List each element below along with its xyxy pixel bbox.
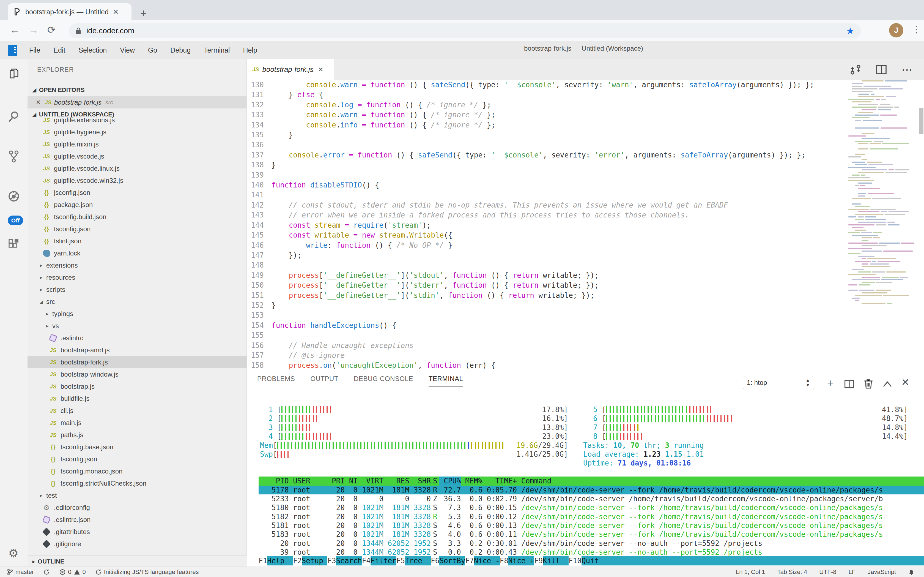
new-terminal-icon[interactable]: ＋ (825, 376, 835, 390)
fkey-label-setup[interactable]: Setup (302, 556, 328, 566)
file-row[interactable]: JSgulpfile.vscode.win32.js (27, 174, 247, 187)
menu-item-selection[interactable]: Selection (72, 46, 113, 54)
split-terminal-icon[interactable] (844, 379, 854, 389)
file-row[interactable]: JSgulpfile.vscode.js (27, 150, 247, 163)
panel-tab-output[interactable]: OUTPUT (310, 375, 338, 387)
browser-menu-icon[interactable]: ⋮ (912, 24, 921, 35)
fkey-label-help[interactable]: Help (267, 556, 293, 566)
file-row[interactable]: JSgulpfile.hygiene.js (27, 126, 247, 138)
debug-off-icon[interactable] (7, 190, 20, 203)
file-row[interactable]: JSgulpfile.vscode.linux.js (27, 163, 247, 174)
sync-button[interactable] (43, 569, 50, 575)
file-row[interactable]: yarn.lock (27, 247, 247, 259)
notifications-bell[interactable] (908, 569, 914, 575)
file-row[interactable]: JSbootstrap-amd.js (27, 344, 247, 356)
fkey-f6[interactable]: F6 (431, 556, 439, 566)
code-editor[interactable]: 130 console.warn = function () { safeSen… (247, 80, 924, 372)
browser-tab[interactable]: bootstrap-fork.js — Untitled (W ✕ (8, 3, 132, 20)
file-row[interactable]: JSmain.js (27, 417, 247, 429)
fkey-f10[interactable]: F10 (569, 556, 582, 566)
fkey-f3[interactable]: F3 (327, 556, 336, 566)
explorer-icon[interactable] (7, 68, 20, 80)
new-tab-button[interactable]: + (140, 7, 146, 19)
fkey-label-nice[interactable]: Nice - (474, 556, 500, 566)
panel-tab-terminal[interactable]: TERMINAL (429, 375, 463, 387)
coder-logo-icon[interactable] (8, 45, 17, 56)
settings-gear-icon[interactable]: ⚙ (8, 546, 19, 560)
forward-icon[interactable]: → (29, 24, 39, 36)
fkey-label-kill[interactable]: Kill (543, 556, 569, 566)
file-row[interactable]: ▸resources (27, 271, 247, 284)
file-row[interactable]: ▸typings (27, 308, 247, 320)
menu-item-terminal[interactable]: Terminal (197, 46, 236, 54)
maximize-panel-icon[interactable] (882, 380, 892, 388)
menu-item-view[interactable]: View (113, 46, 141, 54)
close-icon[interactable]: ✕ (318, 66, 323, 74)
fkey-label-search[interactable]: Search (336, 556, 362, 566)
fkey-f7[interactable]: F7 (465, 556, 474, 566)
address-bar[interactable]: ide.coder.com ★ (69, 23, 861, 38)
bookmark-star-icon[interactable]: ★ (846, 25, 854, 36)
open-editors-header[interactable]: ◢ OPEN EDITORS (27, 84, 247, 96)
file-row[interactable]: .eslintrc (27, 332, 247, 344)
menu-item-file[interactable]: File (22, 46, 47, 54)
file-row[interactable]: {}tsconfig.monaco.json (27, 465, 247, 477)
terminal-dropdown[interactable]: 1: htop ▲▼ (743, 376, 814, 389)
split-editor-icon[interactable] (876, 64, 887, 76)
fkey-f5[interactable]: F5 (396, 556, 405, 566)
fkey-f8[interactable]: F8 (500, 556, 508, 566)
avatar[interactable]: J (889, 23, 903, 37)
open-editor-item[interactable]: ✕ JS bootstrap-fork.js src (27, 96, 247, 108)
fkey-label-filter[interactable]: Filter (371, 556, 396, 566)
file-row[interactable]: ▸extensions (27, 259, 247, 271)
menu-item-debug[interactable]: Debug (164, 46, 197, 54)
editor-scrollbar[interactable] (919, 108, 924, 134)
fkey-f4[interactable]: F4 (362, 556, 371, 566)
tab-close-icon[interactable]: ✕ (113, 8, 119, 16)
git-branch-indicator[interactable]: master (6, 569, 34, 575)
editor-tab[interactable]: JS bootstrap-fork.js ✕ (247, 59, 334, 80)
encoding[interactable]: UTF-8 (819, 569, 836, 575)
htop-process-row[interactable]: 5178root2001021M181M3328R72.70.60:05.70/… (259, 486, 924, 495)
file-row[interactable]: {}package.json (27, 199, 247, 211)
search-icon[interactable] (7, 110, 20, 123)
htop-process-row[interactable]: 5181root2001021M181M3328S4.60.60:00.13/d… (259, 521, 924, 530)
file-row[interactable]: JSgulpfile.mixin.js (27, 138, 247, 150)
file-row[interactable]: JSbootstrap-fork.js (27, 356, 247, 368)
more-actions-icon[interactable]: ⋯ (902, 63, 913, 76)
outline-header[interactable]: ▸ OUTLINE (27, 555, 247, 567)
menu-item-help[interactable]: Help (236, 46, 264, 54)
git-compare-icon[interactable] (850, 64, 861, 76)
problems-indicator[interactable]: 0 0 (59, 569, 86, 575)
fkey-label-quit[interactable]: Quit (582, 556, 607, 566)
eol-sequence[interactable]: LF (848, 569, 856, 575)
terminal[interactable]: 1 [17.8%]5 [41.8%]2 [16.1%]6 [48.7%]3 [1… (259, 405, 924, 567)
htop-process-row[interactable]: 5180root2001021M181M3328S7.30.60:00.15/d… (259, 503, 924, 512)
htop-process-row[interactable]: 20root2001344M620521952S3.30.20:30.01/de… (259, 539, 924, 548)
htop-process-row[interactable]: 39root2001344M620521952S0.00.20:00.43/de… (259, 548, 924, 557)
fkey-f1[interactable]: F1 (259, 556, 267, 566)
menu-item-edit[interactable]: Edit (47, 46, 72, 54)
file-row[interactable]: .gitattributes (27, 526, 247, 538)
htop-process-row[interactable]: 5233root200000Z36.30.00:02.79/dev/shm/bi… (259, 495, 924, 503)
indentation[interactable]: Tab Size: 4 (777, 569, 807, 575)
fkey-label-tree[interactable]: Tree (405, 556, 431, 566)
file-row[interactable]: .gitignore (27, 538, 247, 549)
file-row[interactable]: JSbootstrap-window.js (27, 368, 247, 380)
file-row[interactable]: JSpaths.js (27, 429, 247, 441)
menu-item-go[interactable]: Go (141, 46, 164, 54)
source-control-icon[interactable] (7, 150, 20, 163)
htop-process-row[interactable]: 5183root2001021M181M3328S4.00.60:00.11/d… (259, 530, 924, 539)
panel-tab-debug-console[interactable]: DEBUG CONSOLE (354, 375, 413, 387)
file-row[interactable]: {}tsconfig.build.json (27, 211, 247, 223)
file-row[interactable]: JScli.js (27, 405, 247, 417)
language-mode[interactable]: JavaScript (868, 569, 896, 575)
fkey-label-sortby[interactable]: SortBy (439, 556, 465, 566)
file-row[interactable]: {}tsconfig.json (27, 223, 247, 235)
file-row[interactable]: .eslintrc.json (27, 514, 247, 526)
file-row[interactable]: ◢src (27, 296, 247, 308)
extensions-icon[interactable] (7, 238, 20, 251)
cursor-position[interactable]: Ln 1, Col 1 (736, 569, 765, 575)
kill-terminal-icon[interactable] (863, 378, 874, 389)
file-row[interactable]: ▸test (27, 490, 247, 501)
